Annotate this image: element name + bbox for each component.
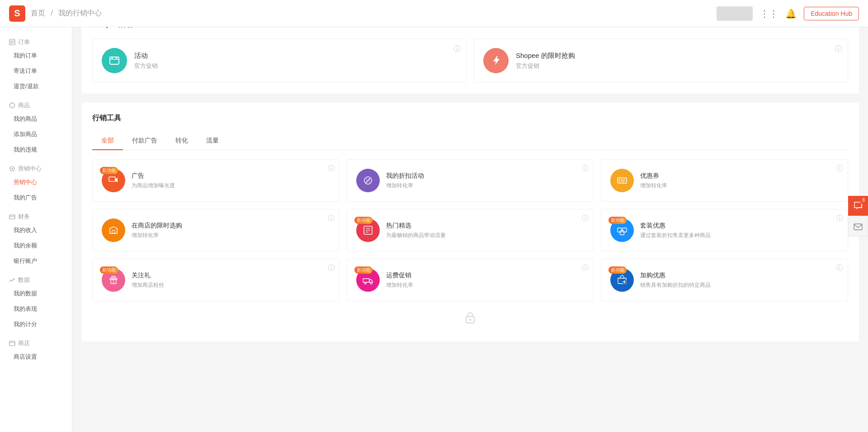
header-right: ⋮⋮ 🔔 Education Hub: [717, 6, 859, 21]
tool-name-top-picks: 热门精选: [386, 222, 446, 230]
tool-name-add-on: 加购优惠: [640, 271, 711, 280]
tool-desc-follow-gift: 增加商店粉丝: [132, 281, 164, 289]
svg-rect-5: [9, 215, 15, 219]
sidebar-section-marketing: 营销中心 营销中心 我的广告: [0, 161, 72, 205]
marketing-tools-title: 行销工具: [92, 114, 848, 123]
info-icon-bundle[interactable]: ⓘ: [836, 214, 843, 223]
education-hub-button[interactable]: Education Hub: [804, 7, 859, 20]
tool-card-voucher[interactable]: 优惠券 增加转化率 ⓘ: [601, 159, 848, 202]
avatar-area: [717, 6, 753, 21]
sidebar-item-my-performance[interactable]: 我的表现: [0, 301, 72, 317]
activity-info-activity: 活动 官方促销: [134, 52, 158, 70]
info-icon-add-on[interactable]: ⓘ: [836, 264, 843, 272]
sidebar-item-my-orders[interactable]: 我的订单: [0, 48, 72, 63]
tab-conversion[interactable]: 转化: [166, 132, 197, 150]
sidebar-item-shop-settings[interactable]: 商店设置: [0, 349, 72, 365]
tool-info-follow-gift: 关注礼 增加商店粉丝: [132, 271, 164, 289]
svg-rect-12: [109, 177, 115, 181]
sidebar-item-my-products[interactable]: 我的商品: [0, 111, 72, 127]
info-icon-follow-gift[interactable]: ⓘ: [328, 264, 335, 272]
tool-icon-wrap-add-on: 新功能: [610, 268, 634, 292]
tool-icon-my-discount: [356, 169, 380, 192]
tab-traffic[interactable]: 流量: [197, 132, 228, 150]
grid-icon[interactable]: ⋮⋮: [760, 8, 778, 19]
sidebar-item-my-score[interactable]: 我的计分: [0, 317, 72, 332]
sidebar-item-bank-account[interactable]: 银行账户: [0, 253, 72, 269]
activity-sub: 官方促销: [134, 62, 158, 70]
new-badge-bundle: 新功能: [609, 217, 627, 224]
sidebar-item-my-data[interactable]: 我的数据: [0, 286, 72, 301]
tool-info-voucher: 优惠券 增加转化率: [640, 172, 667, 190]
svg-rect-19: [112, 230, 115, 233]
svg-point-32: [370, 282, 372, 284]
sidebar-section-title-products: 商品: [0, 98, 72, 111]
sidebar-section-shop: 商店 商店设置: [0, 336, 72, 365]
tool-desc-voucher: 增加转化率: [640, 182, 667, 190]
sidebar-item-violations[interactable]: 我的违规: [0, 142, 72, 157]
tool-name-my-discount: 我的折扣活动: [386, 172, 424, 180]
breadcrumb-home[interactable]: 首页: [31, 9, 45, 17]
tool-card-ads[interactable]: 新功能 广告 为商品增加曝光度 ⓘ: [92, 159, 340, 202]
tab-all[interactable]: 全部: [92, 132, 123, 150]
tab-paid-ads[interactable]: 付款广告: [123, 132, 166, 150]
sidebar-item-send-orders[interactable]: 寄送订单: [0, 63, 72, 79]
sidebar-item-my-income[interactable]: 我的收入: [0, 223, 72, 238]
section-label-marketing: 营销中心: [18, 165, 42, 173]
info-icon-voucher[interactable]: ⓘ: [836, 164, 843, 173]
activity-card-flash-sale[interactable]: Shopee 的限时抢购 官方促销 ⓘ: [474, 38, 848, 83]
tool-card-bundle[interactable]: 新功能 套装优惠 通过套装折扣售卖更多种商品 ⓘ: [601, 209, 848, 252]
tool-card-add-on[interactable]: 新功能 加购优惠 销售具有加购折扣的特定商品 ⓘ: [601, 259, 848, 301]
tool-card-my-discount[interactable]: 我的折扣活动 增加转化率 ⓘ: [347, 159, 594, 202]
tool-info-shipping-promo: 运费促销 增加转化率: [386, 271, 413, 289]
tool-name-flash-shop: 在商店的限时选购: [132, 222, 182, 230]
svg-point-10: [112, 57, 113, 59]
flash-sale-sub: 官方促销: [516, 62, 575, 70]
new-badge-follow-gift: 新功能: [100, 266, 118, 274]
info-icon-activity[interactable]: ⓘ: [453, 44, 461, 54]
float-mail-button[interactable]: [848, 217, 868, 237]
tool-info-flash-shop: 在商店的限时选购 增加转化率: [132, 222, 182, 239]
info-icon-shipping-promo[interactable]: ⓘ: [582, 264, 589, 272]
tools-grid: 新功能 广告 为商品增加曝光度 ⓘ 我的折扣活动 增加转化率: [92, 159, 848, 301]
sidebar-item-my-balance[interactable]: 我的余额: [0, 238, 72, 253]
avatar: [717, 6, 753, 21]
tool-card-flash-shop[interactable]: 在商店的限时选购 增加转化率 ⓘ: [92, 209, 340, 252]
tool-icon-wrap-ads: 新功能: [102, 169, 125, 192]
info-icon-ads[interactable]: ⓘ: [328, 164, 335, 173]
tool-name-shipping-promo: 运费促销: [386, 271, 413, 280]
info-icon-top-picks[interactable]: ⓘ: [582, 214, 589, 223]
activity-name: 活动: [134, 52, 158, 60]
bell-icon[interactable]: 🔔: [785, 8, 797, 19]
tool-name-voucher: 优惠券: [640, 172, 667, 180]
tool-desc-bundle: 通过套装折扣售卖更多种商品: [640, 232, 711, 239]
sidebar-section-products: 商品 我的商品 添加商品 我的违规: [0, 98, 72, 157]
info-icon-flash-shop[interactable]: ⓘ: [328, 214, 335, 223]
header: S 首页 / 我的行销中心 ⋮⋮ 🔔 Education Hub: [0, 0, 868, 27]
sidebar-item-marketing-center[interactable]: 营销中心: [0, 175, 72, 190]
tool-icon-wrap-bundle: 新功能: [610, 218, 634, 242]
info-icon-my-discount[interactable]: ⓘ: [582, 164, 589, 173]
tool-icon-wrap-flash-shop: [102, 218, 125, 242]
section-label-data: 数据: [18, 276, 30, 284]
new-badge-shipping-promo: 新功能: [354, 266, 373, 274]
tool-card-top-picks[interactable]: 新功能 热门精选 为最畅销的商品带动流量 ⓘ: [347, 209, 594, 252]
tool-card-shipping-promo[interactable]: 新功能 运费促销 增加转化率 ⓘ: [347, 259, 594, 301]
sidebar-item-refund[interactable]: 退货/退款: [0, 79, 72, 94]
tool-info-bundle: 套装优惠 通过套装折扣售卖更多种商品: [640, 222, 711, 239]
new-badge-add-on: 新功能: [609, 266, 627, 274]
info-icon-flash-sale[interactable]: ⓘ: [835, 44, 842, 54]
activity-info-flash-sale: Shopee 的限时抢购 官方促销: [516, 52, 575, 70]
sidebar-item-add-product[interactable]: 添加商品: [0, 127, 72, 142]
svg-rect-7: [9, 342, 15, 346]
bottom-lock-area: [92, 301, 848, 331]
tool-desc-add-on: 销售具有加购折扣的特定商品: [640, 281, 711, 289]
tool-desc-top-picks: 为最畅销的商品带动流量: [386, 232, 446, 239]
svg-rect-24: [618, 228, 622, 232]
tool-desc-ads: 为商品增加曝光度: [132, 182, 175, 190]
svg-point-11: [116, 57, 118, 59]
sidebar-item-my-ads[interactable]: 我的广告: [0, 190, 72, 205]
float-chat-button[interactable]: 8: [848, 196, 868, 216]
activity-card-activity[interactable]: 活动 官方促销 ⓘ: [92, 38, 467, 83]
tool-name-bundle: 套装优惠: [640, 222, 711, 230]
tool-card-follow-gift[interactable]: 新功能 关注礼 增加商店粉丝 ⓘ: [92, 259, 340, 301]
